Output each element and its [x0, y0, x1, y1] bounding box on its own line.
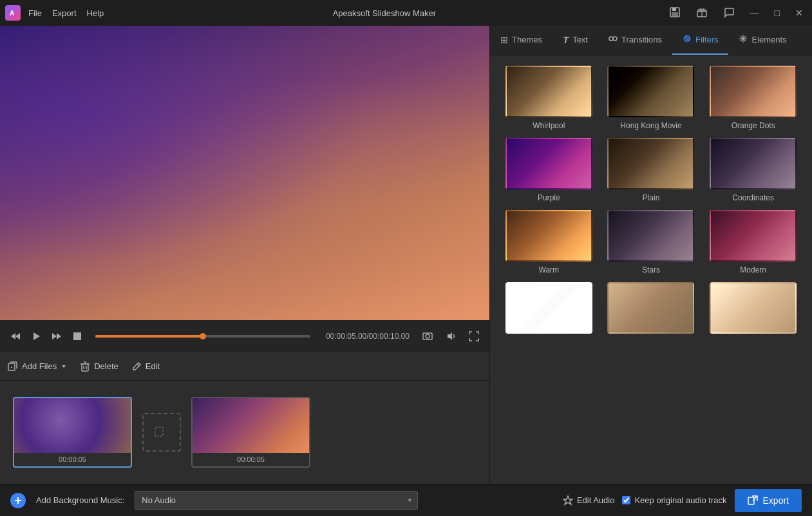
filter-thumb-orange-dots — [710, 66, 797, 117]
app-logo: A — [5, 5, 21, 21]
filter-item-whirlpool[interactable]: Whirlpool — [500, 66, 598, 130]
tab-filters[interactable]: Filters — [672, 26, 728, 55]
play-button[interactable] — [28, 329, 44, 344]
timeline-clip-1[interactable]: 00:00:05 — [13, 397, 132, 468]
titlebar: A File Export Help Apeaksoft Slideshow M… — [0, 0, 812, 26]
player-right-icons — [420, 329, 482, 344]
filter-thumb-partial1 — [505, 282, 592, 334]
filters-icon — [683, 34, 692, 45]
rewind-button[interactable] — [8, 329, 23, 344]
bottom-bar: Add Background Music: No Audio ▼ Edit Au… — [0, 484, 812, 516]
forward-button[interactable] — [49, 329, 64, 344]
svg-marker-9 — [15, 333, 20, 339]
menu-export[interactable]: Export — [52, 8, 77, 18]
tab-transitions[interactable]: Transitions — [598, 26, 672, 55]
progress-fill — [95, 335, 203, 338]
svg-point-31 — [609, 37, 613, 41]
player-controls: 00:00:05.00/00:00:10.00 — [0, 320, 489, 352]
filter-item-stars[interactable]: Stars — [603, 210, 700, 274]
minimize-button[interactable]: — — [746, 5, 763, 21]
filter-item-partial2[interactable] — [603, 282, 700, 338]
filter-item-plain[interactable]: Plain — [603, 138, 700, 202]
star-icon — [563, 495, 573, 506]
tab-elements[interactable]: Elements — [728, 26, 797, 55]
save-icon[interactable] — [665, 4, 685, 23]
progress-bar[interactable] — [95, 335, 310, 338]
svg-line-44 — [753, 496, 757, 501]
filter-item-partial1[interactable] — [500, 282, 598, 338]
filter-thumb-partial2 — [607, 282, 694, 334]
content-row: 00:00:05.00/00:00:10.00 — [0, 26, 812, 484]
svg-marker-8 — [11, 333, 15, 339]
filter-thumb-modern — [710, 210, 797, 262]
elements-icon — [739, 34, 748, 45]
svg-rect-29 — [155, 427, 163, 436]
filter-name-orange-dots: Orange Dots — [732, 121, 775, 130]
maximize-button[interactable]: □ — [771, 5, 784, 21]
keep-audio-label[interactable]: Keep original audio track — [622, 495, 726, 505]
svg-point-32 — [613, 37, 617, 41]
filter-thumb-coordinates — [710, 138, 797, 189]
filter-item-partial3[interactable] — [704, 282, 802, 338]
edit-button[interactable]: Edit — [131, 361, 160, 372]
filter-thumb-partial3 — [710, 282, 797, 334]
filters-grid: WhirlpoolHong Kong MovieOrange DotsPurpl… — [490, 55, 812, 348]
delete-icon — [80, 361, 90, 372]
audio-select[interactable]: No Audio — [135, 491, 418, 510]
fullscreen-icon[interactable] — [466, 329, 482, 344]
keep-audio-checkbox[interactable] — [622, 496, 630, 504]
filter-item-hong-kong-movie[interactable]: Hong Kong Movie — [603, 66, 700, 130]
timeline-clip-2[interactable]: 00:00:05 — [191, 397, 310, 468]
bottom-bar-right: Edit Audio Keep original audio track Exp… — [563, 489, 802, 512]
add-files-button[interactable]: Add Files — [8, 361, 67, 372]
window-controls: — □ ✕ — [665, 4, 807, 23]
progress-thumb — [200, 333, 206, 339]
svg-marker-11 — [52, 333, 57, 339]
gift-icon[interactable] — [692, 4, 712, 23]
time-display: 00:00:05.00/00:00:10.00 — [326, 332, 410, 341]
tab-themes[interactable]: ⊞ Themes — [490, 26, 552, 55]
timeline-toolbar: Add Files Delete — [0, 352, 489, 381]
svg-text:A: A — [10, 10, 14, 17]
volume-icon[interactable] — [443, 329, 458, 344]
filter-item-coordinates[interactable]: Coordinates — [704, 138, 802, 202]
filter-thumb-whirlpool — [505, 66, 592, 117]
svg-point-15 — [426, 334, 430, 338]
stop-button[interactable] — [70, 329, 85, 344]
audio-select-wrapper: No Audio ▼ — [135, 491, 418, 510]
svg-marker-10 — [33, 332, 40, 340]
delete-button[interactable]: Delete — [80, 361, 118, 372]
menu-file[interactable]: File — [28, 8, 42, 18]
clip-duration-1: 00:00:05 — [59, 455, 86, 463]
chat-icon[interactable] — [719, 4, 739, 23]
edit-audio-button[interactable]: Edit Audio — [563, 495, 615, 506]
svg-marker-22 — [62, 365, 66, 368]
filter-name-modern: Modern — [740, 265, 766, 274]
filter-item-orange-dots[interactable]: Orange Dots — [704, 66, 802, 130]
svg-rect-3 — [672, 8, 676, 11]
right-panel: ⊞ Themes T Text Transitions — [489, 26, 812, 484]
filter-item-warm[interactable]: Warm — [500, 210, 598, 274]
svg-rect-43 — [748, 497, 754, 504]
svg-marker-12 — [57, 333, 61, 339]
add-files-dropdown-icon — [61, 363, 67, 370]
filter-item-modern[interactable]: Modern — [704, 210, 802, 274]
screenshot-icon[interactable] — [420, 329, 435, 344]
add-media-button[interactable] — [142, 413, 181, 452]
edit-icon — [131, 361, 142, 372]
video-canvas — [0, 26, 489, 320]
tab-text[interactable]: T Text — [552, 26, 598, 55]
close-button[interactable]: ✕ — [791, 5, 807, 21]
export-icon — [748, 495, 758, 506]
filter-item-purple[interactable]: Purple — [500, 138, 598, 202]
transitions-icon — [609, 34, 618, 45]
add-music-button[interactable] — [10, 493, 26, 508]
export-button[interactable]: Export — [735, 489, 802, 512]
filters-scroll[interactable]: WhirlpoolHong Kong MovieOrange DotsPurpl… — [490, 55, 812, 484]
menu-help[interactable]: Help — [87, 8, 104, 18]
add-music-label: Add Background Music: — [36, 495, 124, 505]
filter-name-hong-kong-movie: Hong Kong Movie — [620, 121, 681, 130]
filter-name-warm: Warm — [539, 265, 560, 274]
filter-name-purple: Purple — [538, 193, 560, 202]
filter-name-stars: Stars — [642, 265, 660, 274]
